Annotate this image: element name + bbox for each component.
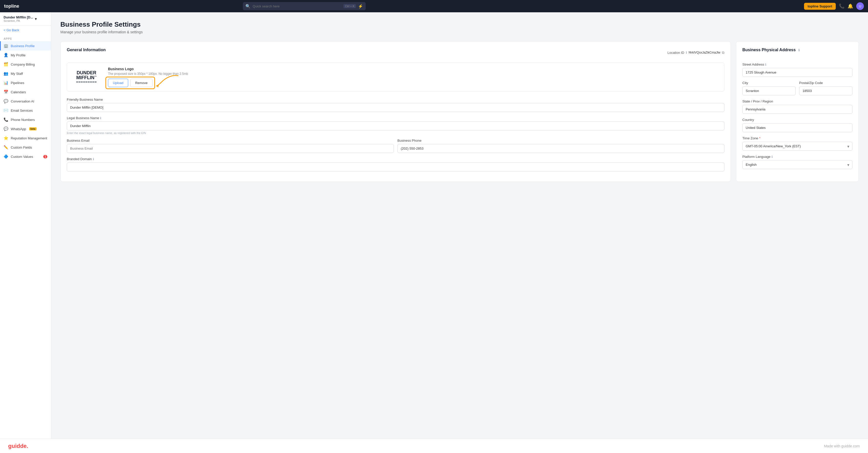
phone-input[interactable] [397, 144, 724, 153]
remove-button[interactable]: Remove [130, 79, 152, 87]
search-input[interactable] [253, 4, 341, 8]
country-input[interactable] [742, 123, 852, 132]
domain-input[interactable] [67, 163, 724, 171]
custom-fields-icon: ✏️ [4, 145, 8, 150]
sidebar-item-email-services[interactable]: ✉️ Email Services [0, 106, 51, 115]
required-star: * [759, 136, 761, 140]
app-layout: Dunder Mifflin [D... Scranton, PA ▾ < Go… [0, 12, 868, 453]
sidebar-item-custom-values[interactable]: 🔷 Custom Values 1 [0, 152, 51, 161]
state-input[interactable] [742, 105, 852, 114]
legal-name-input[interactable] [67, 121, 724, 131]
city-zip-row: City Postal/Zip Code [742, 81, 852, 100]
upload-button[interactable]: Upload [108, 79, 128, 87]
sidebar-item-my-staff[interactable]: 👥 My Staff [0, 69, 51, 78]
logo-info-title: Business Logo [108, 67, 720, 71]
sidebar-item-pipelines[interactable]: 📊 Pipelines [0, 78, 51, 87]
bell-icon[interactable]: 🔔 [847, 3, 853, 9]
beta-badge: beta [29, 128, 37, 131]
pipelines-icon: 📊 [4, 81, 8, 85]
conversation-ai-icon: 💬 [4, 99, 8, 104]
physical-address-card: Business Physical Address ℹ Street Addre… [736, 41, 859, 182]
language-select[interactable]: English [742, 160, 852, 169]
logo-info-desc: The proposed size is 350px * 180px. No b… [108, 72, 720, 76]
page-subtitle: Manage your business profile information… [60, 30, 859, 34]
sidebar-item-label: Phone Numbers [11, 118, 35, 122]
sidebar-item-label: Custom Fields [11, 145, 32, 149]
guidde-logo: guidde. [8, 443, 28, 449]
timezone-group: Time Zone * GMT-05:00 America/New_York (… [742, 136, 852, 151]
main-content: Business Profile Settings Manage your bu… [51, 12, 868, 453]
sidebar-item-calendars[interactable]: 📅 Calendars [0, 87, 51, 96]
timezone-label: Time Zone * [742, 136, 852, 140]
location-id-info-icon[interactable]: ℹ [686, 51, 687, 54]
address-card-header: Business Physical Address ℹ [742, 48, 852, 57]
svg-marker-0 [156, 84, 159, 87]
sidebar-item-conversation-ai[interactable]: 💬 Conversation AI [0, 96, 51, 106]
street-input[interactable] [742, 68, 852, 77]
apps-section-label: Apps [0, 35, 51, 41]
logo-info: Business Logo The proposed size is 350px… [108, 67, 720, 87]
go-back-link[interactable]: < Go Back [0, 26, 51, 35]
phone-icon[interactable]: 📞 [839, 3, 844, 9]
logo-line2: MIFFLIN™ [76, 75, 97, 81]
whatsapp-icon: 💬 [4, 126, 8, 131]
email-label: Business Email [67, 139, 394, 142]
sidebar-item-label: My Profile [11, 53, 26, 57]
logo-upload-section: DUNDER MIFFLIN™ ━━━━━━━━━ Business Logo … [67, 62, 724, 91]
avatar[interactable]: U [856, 2, 864, 10]
support-button[interactable]: topline Support [804, 3, 836, 10]
legal-name-hint: Enter the exact legal business name, as … [67, 132, 724, 135]
sidebar-item-business-profile[interactable]: 🏢 Business Profile [0, 41, 51, 51]
sidebar-item-my-profile[interactable]: 👤 My Profile [0, 51, 51, 60]
zip-label: Postal/Zip Code [799, 81, 852, 85]
account-switcher[interactable]: Dunder Mifflin [D... Scranton, PA ▾ [0, 12, 51, 26]
friendly-name-group: Friendly Business Name [67, 97, 724, 112]
email-services-icon: ✉️ [4, 108, 8, 113]
language-info-icon[interactable]: ℹ [772, 155, 773, 159]
page-title: Business Profile Settings [60, 21, 859, 28]
domain-info-icon[interactable]: ℹ [93, 157, 94, 161]
sidebar-item-whatsapp[interactable]: 💬 WhatsApp beta [0, 124, 51, 134]
street-info-icon[interactable]: ℹ [765, 63, 767, 66]
lightning-icon: ⚡ [358, 4, 363, 9]
legal-name-info-icon[interactable]: ℹ [100, 116, 101, 120]
city-input[interactable] [742, 86, 796, 95]
location-id-section: Location ID ℹ f4rkIVQsxJaZlkCmaJlw ⧉ [668, 51, 724, 55]
sidebar-item-company-billing[interactable]: 🗂️ Company Billing [0, 60, 51, 69]
email-input[interactable] [67, 144, 394, 153]
sidebar-item-custom-fields[interactable]: ✏️ Custom Fields [0, 143, 51, 152]
address-info-icon[interactable]: ℹ [798, 49, 800, 52]
logo-preview: DUNDER MIFFLIN™ ━━━━━━━━━ [71, 68, 102, 86]
phone-group: Business Phone [397, 139, 724, 153]
street-label: Street Address ℹ [742, 62, 852, 66]
zip-input[interactable] [799, 86, 852, 95]
country-label: Country [742, 118, 852, 122]
general-info-title: General Information [67, 48, 106, 52]
sidebar-item-label: Business Profile [11, 44, 35, 48]
search-icon: 🔍 [245, 4, 250, 9]
friendly-name-input[interactable] [67, 103, 724, 112]
custom-values-icon: 🔷 [4, 154, 8, 159]
sidebar-item-label: Calendars [11, 90, 26, 94]
legal-name-group: Legal Business Name ℹ Enter the exact le… [67, 116, 724, 135]
app-logo: topline [4, 4, 19, 9]
account-sub: Scranton, PA [4, 19, 33, 22]
upload-remove-container: Upload Remove [108, 79, 153, 87]
state-group: State / Prov / Region [742, 100, 852, 114]
my-staff-icon: 👥 [4, 71, 8, 76]
sidebar-item-reputation-management[interactable]: ⭐ Reputation Management [0, 134, 51, 143]
sidebar-item-label: Reputation Management [11, 136, 47, 140]
search-bar[interactable]: 🔍 Ctrl + K ⚡ [243, 2, 366, 10]
email-group: Business Email [67, 139, 394, 153]
logo-line3: ━━━━━━━━━ [76, 81, 97, 84]
calendars-icon: 📅 [4, 90, 8, 94]
legal-name-label: Legal Business Name ℹ [67, 116, 724, 120]
top-navigation: topline 🔍 Ctrl + K ⚡ topline Support 📞 🔔… [0, 0, 868, 12]
copy-icon[interactable]: ⧉ [722, 51, 724, 55]
notification-badge: 1 [43, 155, 47, 158]
timezone-select[interactable]: GMT-05:00 America/New_York (EST) [742, 142, 852, 151]
timezone-select-wrapper: GMT-05:00 America/New_York (EST) [742, 142, 852, 151]
location-id-label: Location ID [668, 51, 684, 55]
sidebar-item-phone-numbers[interactable]: 📞 Phone Numbers [0, 115, 51, 124]
state-label: State / Prov / Region [742, 100, 852, 103]
